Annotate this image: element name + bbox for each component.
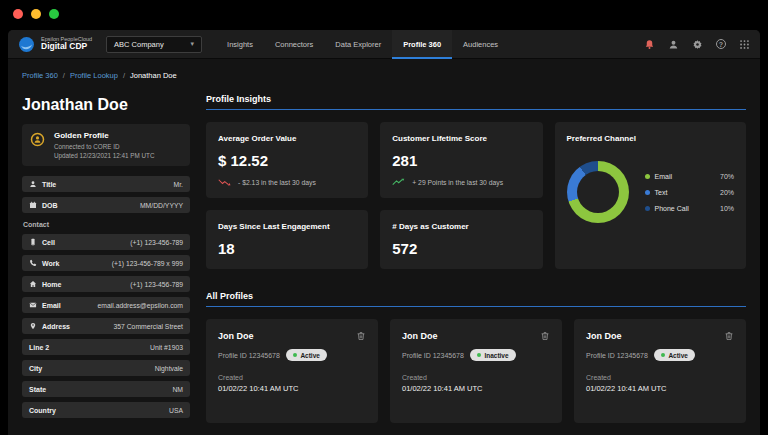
created-date: 01/02/22 10:41 AM UTC <box>218 384 366 393</box>
page-title: Jonathan Doe <box>22 96 190 114</box>
card-value: $ 12.52 <box>218 152 356 169</box>
field-value: 357 Commercial Street <box>113 323 183 330</box>
created-label: Created <box>218 374 366 381</box>
field-label: City <box>29 365 42 372</box>
main-nav: Insights Connectors Data Explorer Profil… <box>216 30 509 59</box>
nav-data-explorer[interactable]: Data Explorer <box>324 30 392 59</box>
golden-profile-updated: Updated 12/23/2021 12:41 PM UTC <box>54 152 182 159</box>
golden-profile-icon <box>30 132 45 147</box>
legend-label: Text <box>655 189 668 196</box>
legend-value: 70% <box>720 173 734 180</box>
status-badge: Inactive <box>470 349 516 361</box>
apps-grid-icon[interactable] <box>739 39 750 50</box>
profile-card[interactable]: Jon Doe Profile ID 12345678 Inactive <box>390 319 562 423</box>
legend-item-text: Text 20% <box>645 189 734 196</box>
legend-label: Email <box>655 173 673 180</box>
user-icon[interactable] <box>668 39 679 50</box>
status-label: Inactive <box>484 352 508 359</box>
status-label: Active <box>300 352 320 359</box>
chevron-down-icon: ▾ <box>191 40 195 48</box>
profile-name: Jon Doe <box>586 331 622 341</box>
breadcrumb-separator: / <box>63 71 65 80</box>
field-label: Country <box>29 407 56 414</box>
field-value: email.address@epsilon.com <box>98 302 183 309</box>
created-label: Created <box>586 374 734 381</box>
days-as-customer-card: # Days as Customer 572 <box>380 210 542 269</box>
profile-id: Profile ID 12345678 <box>586 352 648 359</box>
legend-dot <box>645 206 650 211</box>
profile-card[interactable]: Jon Doe Profile ID 12345678 Active <box>206 319 378 423</box>
location-pin-icon <box>29 322 37 330</box>
close-button[interactable] <box>13 9 23 19</box>
status-badge: Active <box>654 349 695 361</box>
mobile-phone-icon <box>29 238 37 246</box>
trash-icon <box>724 331 734 341</box>
field-row-email: Email email.address@epsilon.com <box>22 297 190 313</box>
profile-name: Jon Doe <box>218 331 254 341</box>
profile-sidebar: Jonathan Doe Golden Profile Connected to… <box>22 90 190 423</box>
created-date: 01/02/22 10:41 AM UTC <box>402 384 550 393</box>
field-label: Cell <box>42 239 55 246</box>
trend-text: + 29 Points in the last 30 days <box>412 179 503 186</box>
field-label: Email <box>42 302 61 309</box>
calendar-icon <box>29 201 37 209</box>
nav-profile-360[interactable]: Profile 360 <box>392 30 452 59</box>
field-value: (+1) 123-456-789 x 999 <box>112 260 183 267</box>
profile-id: Profile ID 12345678 <box>218 352 280 359</box>
all-profiles-section: All Profiles Jon Doe Profile ID 12345678 <box>206 291 746 423</box>
trend-up-icon <box>392 178 407 186</box>
breadcrumb-profile-360[interactable]: Profile 360 <box>22 71 58 80</box>
legend-dot <box>645 174 650 179</box>
card-title: Customer Lifetime Score <box>392 134 530 143</box>
status-dot <box>293 353 298 358</box>
days-since-last-engagement-card: Days Since Last Engagement 18 <box>206 210 368 269</box>
field-row-dob: DOB MM/DD/YYYY <box>22 197 190 213</box>
field-row-address: Address 357 Commercial Street <box>22 318 190 334</box>
channel-legend: Email 70% Text 20% Pho <box>645 173 734 212</box>
field-row-work: Work (+1) 123-456-789 x 999 <box>22 255 190 271</box>
brand: Epsilon PeopleCloud Digital CDP <box>18 36 92 53</box>
minimize-button[interactable] <box>31 9 41 19</box>
delete-profile-button[interactable] <box>356 331 366 341</box>
all-profiles-title: All Profiles <box>206 291 746 307</box>
card-title: Days Since Last Engagement <box>218 222 356 231</box>
phone-icon <box>29 259 37 267</box>
field-label: Title <box>42 181 56 188</box>
product-name: Digital CDP <box>41 42 92 52</box>
gear-icon[interactable] <box>692 39 703 50</box>
field-value: NM <box>172 386 183 393</box>
delete-profile-button[interactable] <box>540 331 550 341</box>
trash-icon <box>540 331 550 341</box>
card-title: # Days as Customer <box>392 222 530 231</box>
preferred-channel-donut <box>567 161 629 223</box>
delete-profile-button[interactable] <box>724 331 734 341</box>
breadcrumb: Profile 360 / Profile Lookup / Jonathan … <box>8 59 760 88</box>
card-title: Preferred Channel <box>567 134 734 143</box>
nav-insights[interactable]: Insights <box>216 30 264 59</box>
legend-dot <box>645 190 650 195</box>
top-navigation-bar: Epsilon PeopleCloud Digital CDP ABC Comp… <box>8 30 760 59</box>
field-label: Line 2 <box>29 344 49 351</box>
legend-item-email: Email 70% <box>645 173 734 180</box>
email-icon <box>29 301 37 309</box>
profile-insights-title: Profile Insights <box>206 94 746 110</box>
breadcrumb-profile-lookup[interactable]: Profile Lookup <box>70 71 118 80</box>
created-label: Created <box>402 374 550 381</box>
help-icon[interactable]: ? <box>716 39 726 49</box>
legend-value: 20% <box>720 189 734 196</box>
nav-audiences[interactable]: Audiences <box>452 30 509 59</box>
field-value: (+1) 123-456-789 <box>130 239 183 246</box>
status-label: Active <box>668 352 688 359</box>
created-date: 01/02/22 10:41 AM UTC <box>586 384 734 393</box>
status-dot <box>661 353 666 358</box>
nav-connectors[interactable]: Connectors <box>264 30 324 59</box>
company-selector[interactable]: ABC Company ▾ <box>106 36 202 53</box>
window-controls <box>13 9 59 19</box>
notifications-bell-icon[interactable] <box>644 39 655 50</box>
field-label: Address <box>42 323 70 330</box>
average-order-value-card: Average Order Value $ 12.52 - $2.13 in t… <box>206 122 368 198</box>
profile-card[interactable]: Jon Doe Profile ID 12345678 Active <box>574 319 746 423</box>
field-value: Nightvale <box>155 365 183 372</box>
maximize-button[interactable] <box>49 9 59 19</box>
card-value: 572 <box>392 240 530 257</box>
